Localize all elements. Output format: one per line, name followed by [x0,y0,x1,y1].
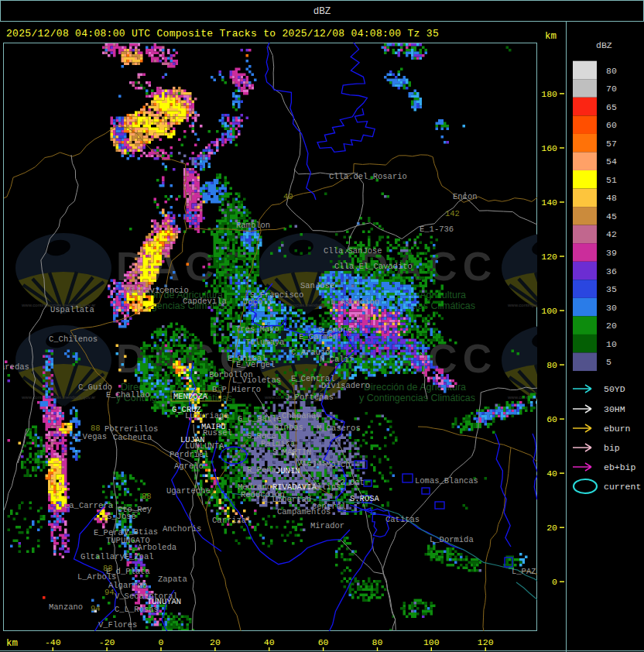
svg-text:39: 39 [606,248,617,258]
svg-text:20: 20 [546,523,557,533]
svg-text:V_Flores: V_Flores [98,620,137,630]
svg-text:L_PAZ: L_PAZ [512,567,536,576]
svg-text:80: 80 [546,360,557,370]
svg-text:eburn: eburn [604,424,631,434]
svg-text:65: 65 [606,102,617,112]
svg-text:Chapanay: Chapanay [282,411,320,420]
svg-text:Jocoli: Jocoli [243,297,272,307]
svg-text:Carrizal: Carrizal [212,516,251,525]
svg-text:42: 42 [606,229,617,239]
svg-text:bip: bip [604,443,620,453]
svg-text:L_Arboleda: L_Arboleda [128,543,176,552]
svg-text:160: 160 [541,143,557,153]
svg-text:Potrerillos: Potrerillos [104,424,158,434]
svg-text:94: 94 [91,604,101,613]
svg-text:80: 80 [606,66,617,76]
svg-text:R_Peña: R_Peña [247,465,276,475]
svg-text:C_Araujo: C_Araujo [291,348,330,357]
svg-text:50YD: 50YD [604,384,625,394]
svg-text:Divisadero: Divisadero [321,381,370,390]
svg-text:120: 120 [478,637,494,647]
svg-text:57: 57 [606,139,617,149]
svg-text:E_Carmen: E_Carmen [299,332,337,341]
svg-text:JUNIN: JUNIN [276,466,300,475]
svg-text:120: 120 [541,252,557,262]
svg-text:-40: -40 [45,637,61,647]
svg-text:10: 10 [606,339,617,349]
svg-text:L_Dormida: L_Dormida [430,535,474,544]
svg-text:180: 180 [541,89,557,99]
svg-text:Catitas: Catitas [385,515,420,524]
svg-text:Zapata: Zapata [158,575,187,584]
svg-text:Clla.del_Rosario: Clla.del_Rosario [329,172,407,181]
svg-text:L_Libertad: L_Libertad [262,495,311,504]
svg-text:Tres_Mayo: Tres_Mayo [235,324,279,334]
svg-text:L_Asuncion: L_Asuncion [331,297,379,307]
svg-text:S_Jose: S_Jose [107,512,136,521]
svg-text:aredas: aredas [0,362,29,372]
svg-text:20: 20 [210,637,221,647]
svg-text:C_Chilenos: C_Chilenos [49,335,98,344]
svg-text:-20: -20 [99,637,115,647]
svg-text:70: 70 [606,84,617,94]
svg-text:0: 0 [159,637,164,647]
svg-text:35: 35 [606,284,617,294]
svg-text:L_Vegas: L_Vegas [73,432,107,441]
svg-text:S_MARTIN: S_MARTIN [272,448,311,457]
svg-text:51: 51 [606,175,617,185]
svg-text:Perdriel: Perdriel [170,450,208,459]
svg-text:Capdevila: Capdevila [183,297,227,306]
svg-text:Campamentos: Campamentos [277,507,331,516]
svg-text:E_1-736: E_1-736 [420,225,454,234]
svg-text:100: 100 [423,637,440,647]
svg-text:142: 142 [445,209,460,218]
svg-text:L_Violetas: L_Violetas [232,376,281,385]
svg-text:dBZ: dBZ [596,40,612,50]
svg-text:5: 5 [606,357,611,367]
svg-text:40: 40 [283,192,293,201]
svg-text:140: 140 [541,197,557,208]
svg-text:E_Vergel: E_Vergel [236,360,275,369]
svg-text:Mirador: Mirador [310,521,344,530]
svg-text:30: 30 [606,303,617,313]
svg-text:Phillips: Phillips [302,482,341,492]
svg-text:Villavicencio: Villavicencio [125,286,189,295]
svg-text:80: 80 [372,637,383,647]
svg-text:Molch: Molch [326,460,351,469]
svg-text:J_Porteñas: J_Porteñas [285,393,334,402]
svg-text:Uspallata: Uspallata [50,305,94,314]
svg-text:M_Caseros: M_Caseros [317,424,361,433]
svg-text:60: 60 [606,120,617,130]
svg-text:30HM: 30HM [604,404,625,414]
svg-text:94: 94 [104,588,115,597]
svg-text:20: 20 [606,321,617,331]
svg-text:Encon: Encon [453,192,478,201]
svg-text:eb+bip: eb+bip [604,462,636,472]
svg-text:45: 45 [606,211,617,221]
svg-text:0: 0 [552,577,557,587]
svg-text:La_Carrera: La_Carrera [64,501,113,510]
svg-text:Clla.SanJose: Clla.SanJose [324,246,382,256]
svg-text:Anchoris: Anchoris [163,524,201,534]
svg-text:current: current [604,482,641,492]
svg-text:40: 40 [264,637,275,647]
svg-text:54: 54 [606,156,617,166]
svg-text:88: 88 [142,492,152,501]
svg-text:Cacheuta: Cacheuta [113,433,152,442]
svg-text:km: km [6,638,18,649]
svg-text:88: 88 [91,424,101,433]
svg-text:C_L_Rosas: C_L_Rosas [115,605,159,614]
svg-text:100: 100 [541,306,557,316]
svg-text:SanJose: SanJose [300,281,334,290]
svg-text:E_Challao: E_Challao [106,390,150,400]
svg-text:Viejas: Viejas [297,458,327,468]
svg-text:Lomas_Blancas: Lomas_Blancas [415,476,478,486]
svg-text:Ginbas: Ginbas [274,423,303,432]
svg-text:Tulumaya: Tulumaya [245,338,284,347]
svg-text:MENDOZA: MENDOZA [173,392,208,401]
svg-text:60: 60 [546,414,557,424]
svg-text:Luzuriaga: Luzuriaga [185,411,229,420]
svg-text:Manzano: Manzano [49,602,83,612]
svg-text:km: km [545,31,557,42]
svg-text:dBZ: dBZ [313,6,331,17]
